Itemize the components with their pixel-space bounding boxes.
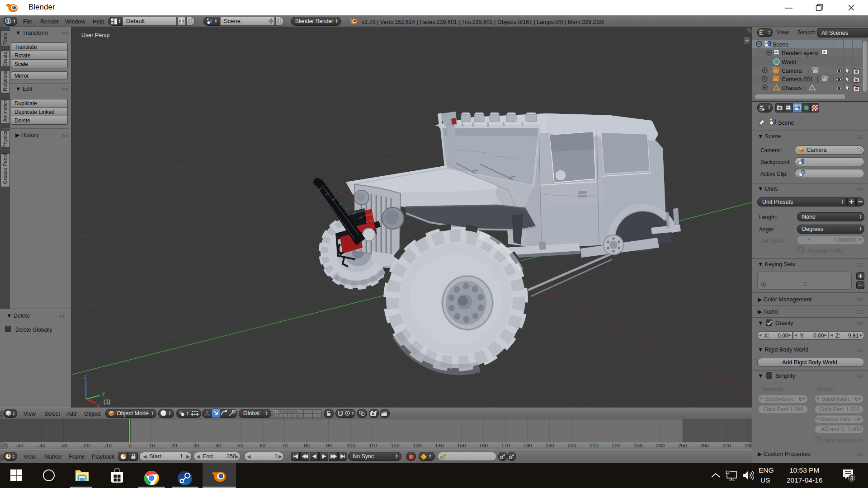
svg-text:3: 3	[850, 475, 854, 482]
svg-text:i: i	[8, 19, 9, 23]
svg-text:(1): (1)	[104, 399, 110, 405]
svg-text:x: x	[97, 403, 99, 408]
svg-text:y: y	[102, 390, 105, 396]
svg-text:User Persp: User Persp	[81, 32, 110, 38]
svg-text:z: z	[84, 374, 87, 380]
